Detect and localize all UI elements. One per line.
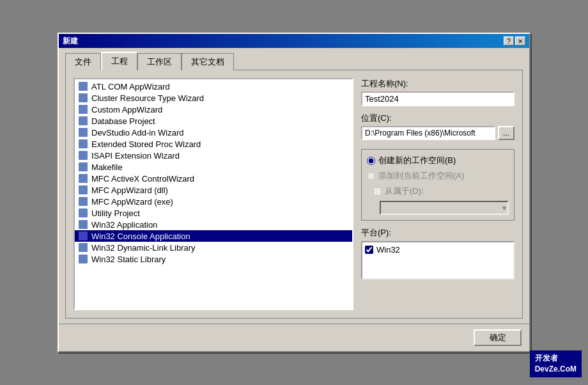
project-list-item[interactable]: Win32 Console Application	[75, 230, 352, 242]
help-button[interactable]: ?	[504, 36, 514, 45]
svg-rect-4	[79, 128, 88, 137]
name-label: 工程名称(N):	[361, 78, 514, 90]
tab-file[interactable]: 文件	[65, 53, 101, 70]
svg-rect-2	[79, 105, 88, 114]
project-list-item[interactable]: MFC ActiveX ControlWizard	[75, 173, 352, 184]
depend-dropdown	[380, 201, 509, 215]
title-controls: ? ✕	[504, 36, 525, 45]
project-list-item[interactable]: Makefile	[75, 161, 352, 173]
svg-rect-1	[79, 93, 88, 102]
svg-rect-0	[79, 82, 88, 91]
project-item-icon	[77, 93, 89, 103]
depend-checkbox-row: 从属于(D):	[367, 185, 509, 197]
project-item-icon	[77, 127, 89, 138]
project-list-item[interactable]: Database Project	[75, 115, 352, 127]
project-list[interactable]: ATL COM AppWizardCluster Resource Type W…	[74, 78, 353, 310]
platform-group: 平台(P): Win32	[361, 227, 514, 279]
depend-checkbox	[373, 187, 382, 196]
platform-item: Win32	[365, 245, 511, 255]
svg-rect-3	[79, 116, 88, 125]
project-list-item[interactable]: MFC AppWizard (exe)	[75, 196, 352, 207]
project-list-item[interactable]: Win32 Application	[75, 219, 352, 230]
project-item-label: Database Project	[91, 116, 155, 126]
location-group: 位置(C): D:\Program Files (x86)\Microsoft …	[361, 113, 514, 140]
watermark: 开发者DevZe.CoM	[530, 350, 582, 377]
svg-rect-15	[79, 255, 88, 263]
browse-button[interactable]: ...	[498, 126, 514, 140]
project-item-label: ATL COM AppWizard	[91, 82, 170, 91]
project-name-input[interactable]	[361, 91, 514, 106]
project-item-label: Win32 Dynamic-Link Library	[91, 243, 196, 253]
project-item-label: Win32 Application	[91, 220, 157, 230]
close-button[interactable]: ✕	[515, 36, 525, 45]
project-item-icon	[77, 116, 89, 126]
project-item-icon	[77, 254, 89, 264]
tab-content: ATL COM AppWizardCluster Resource Type W…	[65, 70, 523, 318]
depend-dropdown-wrapper: ▼	[380, 201, 509, 215]
svg-rect-8	[79, 174, 88, 183]
project-item-label: Custom AppWizard	[91, 105, 162, 114]
dialog-footer: 确定	[59, 324, 529, 351]
project-item-icon	[77, 139, 89, 149]
project-list-item[interactable]: Win32 Dynamic-Link Library	[75, 242, 352, 253]
project-list-item[interactable]: Extended Stored Proc Wizard	[75, 138, 352, 150]
project-item-label: Win32 Static Library	[91, 255, 166, 264]
location-input[interactable]: D:\Program Files (x86)\Microsoft	[361, 126, 495, 140]
radio-new-workspace[interactable]: 创建新的工作空间(B)	[367, 155, 509, 166]
left-panel: ATL COM AppWizardCluster Resource Type W…	[74, 78, 353, 310]
svg-rect-7	[79, 162, 88, 171]
project-item-icon	[77, 242, 89, 253]
workspace-options: 创建新的工作空间(B) 添加到当前工作空间(A) 从属于(D):	[361, 149, 514, 221]
dialog-content: 文件 工程 工作区 其它文档 ATL COM AppWizardCluster …	[59, 48, 529, 324]
project-list-item[interactable]: Utility Project	[75, 207, 352, 219]
tab-bar: 文件 工程 工作区 其它文档	[65, 53, 523, 70]
project-list-item[interactable]: Custom AppWizard	[75, 104, 352, 115]
project-item-label: Cluster Resource Type Wizard	[91, 93, 204, 103]
project-item-icon	[77, 173, 89, 184]
project-name-group: 工程名称(N):	[361, 78, 514, 106]
project-item-icon	[77, 162, 89, 172]
project-item-label: ISAPI Extension Wizard	[91, 151, 180, 161]
tab-workspace[interactable]: 工作区	[137, 53, 182, 70]
project-item-label: Makefile	[91, 162, 122, 172]
project-item-label: MFC ActiveX ControlWizard	[91, 174, 194, 184]
svg-rect-9	[79, 185, 88, 194]
platform-label: 平台(P):	[361, 227, 514, 239]
project-list-item[interactable]: ISAPI Extension Wizard	[75, 150, 352, 161]
project-item-label: MFC AppWizard (exe)	[91, 197, 173, 207]
tab-project[interactable]: 工程	[101, 52, 137, 70]
project-item-icon	[77, 150, 89, 161]
confirm-button[interactable]: 确定	[474, 329, 522, 346]
svg-rect-10	[79, 197, 88, 206]
new-dialog: 新建 ? ✕ 文件 工程 工作区 其它文档 A	[58, 33, 530, 352]
svg-rect-5	[79, 139, 88, 148]
project-item-icon	[77, 231, 89, 241]
project-list-item[interactable]: Win32 Static Library	[75, 253, 352, 265]
path-row: D:\Program Files (x86)\Microsoft ...	[361, 126, 514, 140]
project-item-icon	[77, 196, 89, 207]
platform-checkbox[interactable]	[365, 246, 373, 254]
project-item-icon	[77, 185, 89, 195]
radio-add-workspace: 添加到当前工作空间(A)	[367, 170, 509, 182]
svg-rect-11	[79, 208, 88, 217]
project-item-label: Win32 Console Application	[91, 232, 190, 241]
title-bar: 新建 ? ✕	[59, 34, 529, 48]
tab-other[interactable]: 其它文档	[182, 53, 234, 70]
svg-rect-14	[79, 243, 88, 252]
svg-rect-12	[79, 220, 88, 229]
depend-dropdown-row: ▼	[367, 201, 509, 215]
project-list-item[interactable]: MFC AppWizard (dll)	[75, 184, 352, 196]
project-list-item[interactable]: ATL COM AppWizard	[75, 81, 352, 92]
project-item-label: Extended Stored Proc Wizard	[91, 139, 201, 149]
project-item-label: DevStudio Add-in Wizard	[91, 128, 184, 138]
project-item-icon	[77, 208, 89, 218]
project-item-label: Utility Project	[91, 208, 140, 218]
project-list-item[interactable]: Cluster Resource Type Wizard	[75, 92, 352, 104]
project-item-icon	[77, 81, 89, 91]
svg-rect-6	[79, 151, 88, 160]
location-label: 位置(C):	[361, 113, 514, 124]
project-item-label: MFC AppWizard (dll)	[91, 185, 168, 195]
platform-list: Win32	[361, 241, 514, 279]
project-list-item[interactable]: DevStudio Add-in Wizard	[75, 127, 352, 138]
svg-rect-13	[79, 232, 88, 240]
